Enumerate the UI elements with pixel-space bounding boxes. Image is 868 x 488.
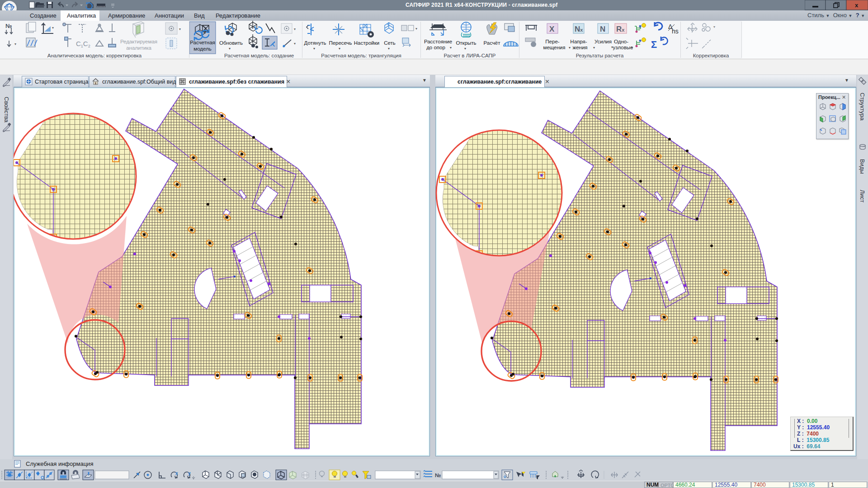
svg-text:Расчетная: Расчетная	[190, 40, 215, 45]
svg-text:x: x	[175, 471, 178, 476]
svg-text:x: x	[855, 2, 859, 9]
svg-text:модель: модель	[193, 46, 211, 52]
svg-text:y: y	[188, 471, 191, 476]
